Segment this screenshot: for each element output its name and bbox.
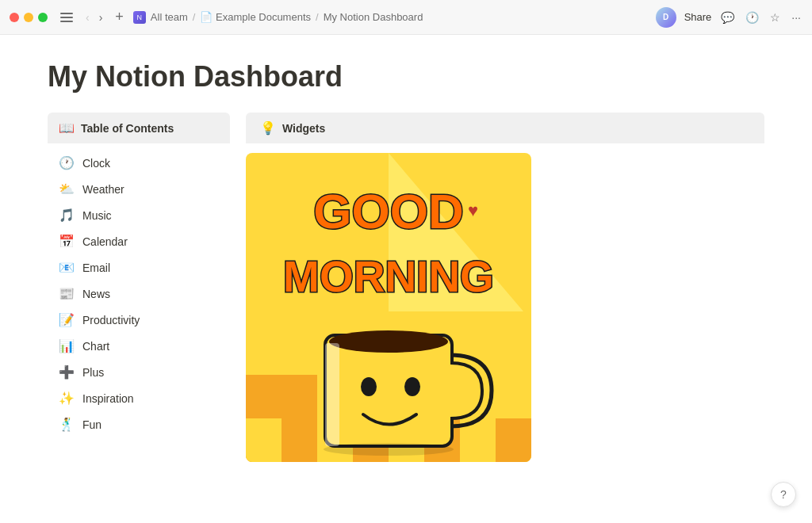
widgets-header-label: Widgets bbox=[282, 122, 325, 135]
toc-item-label: Chart bbox=[82, 340, 109, 353]
toc-item-label: Music bbox=[82, 209, 112, 222]
toc-item-label: Weather bbox=[82, 183, 124, 196]
svg-point-22 bbox=[324, 443, 454, 456]
widgets-header: 💡 Widgets bbox=[246, 113, 764, 143]
favorite-button[interactable]: ☆ bbox=[768, 10, 782, 25]
page-title: My Notion Dashboard bbox=[48, 35, 764, 113]
widgets-icon: 💡 bbox=[260, 120, 276, 136]
toc-item-icon: 📝 bbox=[59, 312, 75, 327]
toc-item-icon: 📊 bbox=[59, 338, 75, 353]
toc-item-label: Email bbox=[82, 262, 110, 274]
toc-item-inspiration[interactable]: ✨ Inspiration bbox=[48, 385, 230, 411]
toc-item-icon: 🕺 bbox=[59, 417, 75, 432]
svg-point-20 bbox=[404, 377, 420, 396]
add-page-button[interactable]: + bbox=[112, 7, 127, 27]
toc-header: 📖 Table of Contents bbox=[48, 113, 230, 143]
history-button[interactable]: 🕐 bbox=[744, 10, 760, 25]
nav-arrows: ‹ › bbox=[82, 10, 105, 25]
main-content: My Notion Dashboard 📖 Table of Contents … bbox=[0, 35, 812, 523]
toc-item-icon: 🎵 bbox=[59, 208, 75, 223]
more-button[interactable]: ··· bbox=[790, 10, 802, 25]
toc-item-label: Clock bbox=[82, 157, 110, 170]
titlebar: ‹ › + N All team / 📄 Example Documents /… bbox=[0, 0, 812, 35]
toc-items: 🕐 Clock ⛅ Weather 🎵 Music 📅 Calendar 📧 E… bbox=[48, 143, 230, 444]
svg-rect-21 bbox=[325, 343, 339, 446]
sidebar-toggle[interactable] bbox=[60, 11, 73, 24]
comment-button[interactable]: 💬 bbox=[719, 10, 736, 25]
columns: 📖 Table of Contents 🕐 Clock ⛅ Weather 🎵 … bbox=[48, 113, 764, 523]
close-button[interactable] bbox=[10, 13, 19, 22]
breadcrumb-current-page[interactable]: My Notion Dashboard bbox=[324, 11, 423, 23]
toc-icon: 📖 bbox=[59, 120, 75, 136]
toc-item-productivity[interactable]: 📝 Productivity bbox=[48, 307, 230, 333]
toc-item-fun[interactable]: 🕺 Fun bbox=[48, 411, 230, 437]
share-button[interactable]: Share bbox=[684, 11, 712, 23]
nav-forward-button[interactable]: › bbox=[96, 10, 106, 25]
toc-item-news[interactable]: 📰 News bbox=[48, 281, 230, 307]
titlebar-right: D Share 💬 🕐 ☆ ··· bbox=[656, 7, 802, 28]
toc-item-label: Calendar bbox=[82, 235, 128, 248]
toc-header-label: Table of Contents bbox=[81, 122, 174, 135]
toc-item-weather[interactable]: ⛅ Weather bbox=[48, 176, 230, 202]
svg-rect-6 bbox=[282, 418, 317, 462]
svg-text:GOOD: GOOD bbox=[313, 184, 463, 239]
notion-icon: N bbox=[133, 11, 146, 24]
toc-item-icon: ⛅ bbox=[59, 181, 75, 197]
toc-item-chart[interactable]: 📊 Chart bbox=[48, 333, 230, 359]
toc-item-label: Plus bbox=[82, 366, 104, 379]
toc-item-icon: ➕ bbox=[59, 365, 75, 380]
widget-content: GOOD MORNING ♥ bbox=[246, 143, 764, 471]
widgets-column: 💡 Widgets bbox=[246, 113, 764, 523]
breadcrumb: N All team / 📄 Example Documents / My No… bbox=[133, 11, 649, 24]
toc-item-icon: 📅 bbox=[59, 234, 75, 249]
maximize-button[interactable] bbox=[38, 13, 48, 22]
good-morning-image: GOOD MORNING ♥ bbox=[246, 153, 531, 462]
toc-item-icon: 📰 bbox=[59, 286, 75, 301]
nav-back-button[interactable]: ‹ bbox=[82, 10, 93, 25]
toc-item-label: Inspiration bbox=[82, 392, 134, 405]
toc-item-icon: 📧 bbox=[59, 260, 75, 275]
breadcrumb-example-docs[interactable]: 📄 Example Documents bbox=[200, 11, 311, 23]
toc-item-icon: 🕐 bbox=[59, 155, 75, 170]
minimize-button[interactable] bbox=[24, 13, 33, 22]
traffic-lights bbox=[10, 13, 48, 22]
toc-item-label: Fun bbox=[82, 418, 102, 431]
toc-item-music[interactable]: 🎵 Music bbox=[48, 202, 230, 228]
toc-item-clock[interactable]: 🕐 Clock bbox=[48, 150, 230, 176]
breadcrumb-all-team[interactable]: All team bbox=[151, 11, 188, 23]
svg-rect-12 bbox=[496, 418, 531, 462]
svg-point-18 bbox=[329, 330, 448, 353]
avatar[interactable]: D bbox=[656, 7, 676, 28]
toc-item-icon: ✨ bbox=[59, 391, 75, 406]
help-button[interactable]: ? bbox=[771, 482, 796, 507]
toc-item-label: News bbox=[82, 288, 110, 300]
toc-item-calendar[interactable]: 📅 Calendar bbox=[48, 228, 230, 254]
svg-rect-5 bbox=[246, 418, 282, 462]
toc-item-plus[interactable]: ➕ Plus bbox=[48, 359, 230, 385]
svg-text:♥: ♥ bbox=[468, 200, 478, 220]
toc-column: 📖 Table of Contents 🕐 Clock ⛅ Weather 🎵 … bbox=[48, 113, 230, 523]
toc-item-email[interactable]: 📧 Email bbox=[48, 254, 230, 281]
toc-item-label: Productivity bbox=[82, 314, 140, 326]
svg-text:MORNING: MORNING bbox=[283, 252, 494, 301]
svg-point-19 bbox=[361, 377, 377, 396]
